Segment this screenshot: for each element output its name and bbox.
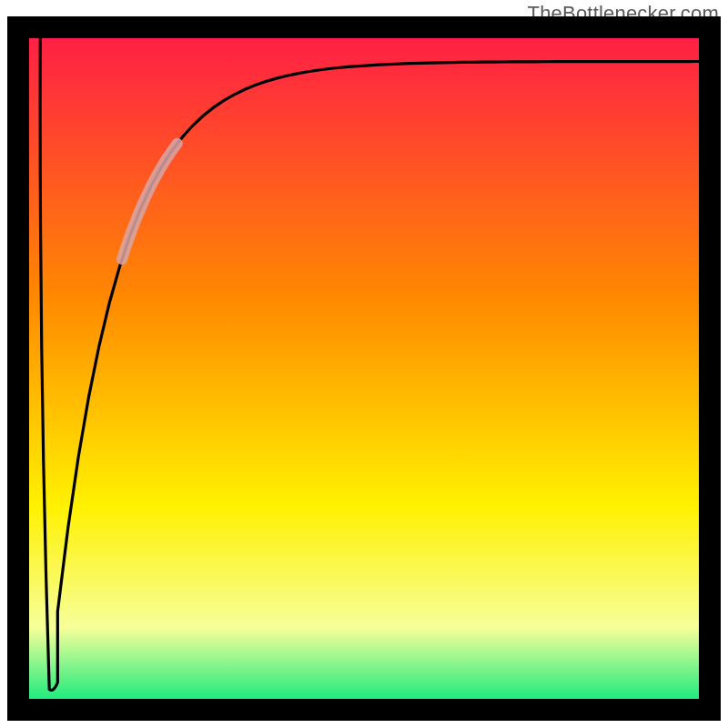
chart-container: TheBottlenecker.com bbox=[0, 0, 728, 728]
plot-area bbox=[18, 27, 710, 710]
chart-svg bbox=[0, 0, 728, 728]
